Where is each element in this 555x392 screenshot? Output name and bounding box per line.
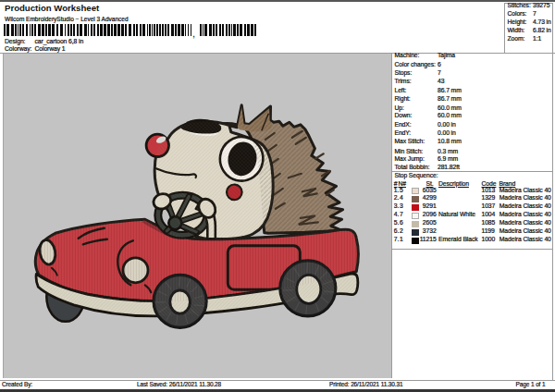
svg-text:,: , bbox=[192, 28, 195, 39]
